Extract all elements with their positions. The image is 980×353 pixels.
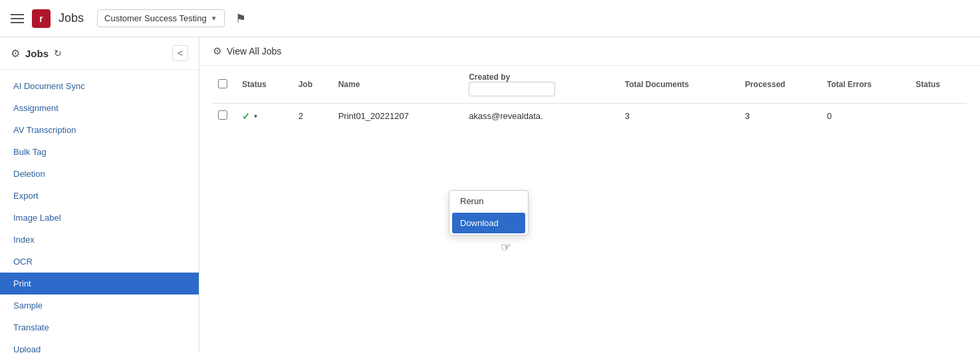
row-processed: 3 xyxy=(739,104,821,129)
col-processed: Processed xyxy=(739,66,821,104)
col-job: Job xyxy=(293,66,333,104)
workspace-label: Customer Success Testing xyxy=(104,13,207,23)
view-all-jobs-title: View All Jobs xyxy=(227,46,281,57)
analytics-icon[interactable]: ⚑ xyxy=(235,11,246,26)
select-all-header xyxy=(213,66,237,104)
status-check-icon: ✓ xyxy=(242,111,250,122)
workspace-selector[interactable]: Customer Success Testing ▼ xyxy=(97,9,225,27)
col-total-errors: Total Errors xyxy=(822,66,911,104)
sidebar-item-print[interactable]: Print xyxy=(0,273,199,294)
select-all-checkbox[interactable] xyxy=(218,79,227,88)
sidebar-header-left: ⚙ Jobs ↻ xyxy=(11,47,62,60)
created-by-filter[interactable] xyxy=(469,82,555,96)
col-status: Status xyxy=(237,66,293,104)
collapse-sidebar-button[interactable]: < xyxy=(172,45,188,61)
status-dropdown-button[interactable]: ▾ xyxy=(253,111,259,121)
row-total-errors: 0 xyxy=(822,104,911,129)
sidebar-item-image-label[interactable]: Image Label xyxy=(0,207,199,229)
context-menu-item-rerun[interactable]: Rerun xyxy=(449,191,528,211)
hamburger-menu[interactable] xyxy=(11,14,24,23)
row-checkbox[interactable] xyxy=(218,110,227,120)
col-created-by: Created by xyxy=(463,66,620,104)
app-title: Jobs xyxy=(59,11,84,25)
sidebar-title: Jobs xyxy=(25,48,49,59)
sidebar-item-export[interactable]: Export xyxy=(0,185,199,207)
col-total-documents: Total Documents xyxy=(620,66,740,104)
sidebar-nav: AI Document SyncAssignmentAV Transcripti… xyxy=(0,70,199,353)
sidebar-item-deletion[interactable]: Deletion xyxy=(0,163,199,185)
sidebar-item-ocr[interactable]: OCR xyxy=(0,251,199,273)
main-layout: ⚙ Jobs ↻ < AI Document SyncAssignmentAV … xyxy=(0,37,980,353)
cursor-indicator: ☞ xyxy=(501,240,511,255)
sidebar-item-upload[interactable]: Upload xyxy=(0,338,199,353)
row-total-docs: 3 xyxy=(620,104,740,129)
sidebar-item-translate[interactable]: Translate xyxy=(0,316,199,338)
sidebar-item-assignment[interactable]: Assignment xyxy=(0,97,199,119)
row-created-by: akass@revealdata. xyxy=(463,104,620,129)
chevron-down-icon: ▼ xyxy=(211,15,217,22)
sidebar-header: ⚙ Jobs ↻ < xyxy=(0,37,199,70)
jobs-table-wrapper: Status Job Name Created by Total Documen… xyxy=(199,66,980,128)
row-status: ✓ ▾ xyxy=(237,104,293,129)
row-status-2 xyxy=(910,104,967,129)
row-checkbox-cell xyxy=(213,104,237,129)
col-status-2: Status xyxy=(910,66,967,104)
table-row: ✓ ▾ 2 Print01_20221207 akass@revealdata.… xyxy=(213,104,967,129)
row-name: Print01_20221207 xyxy=(333,104,463,129)
content-header: ⚙ View All Jobs xyxy=(199,37,980,66)
row-job-number: 2 xyxy=(293,104,333,129)
col-name: Name xyxy=(333,66,463,104)
main-content: ⚙ View All Jobs Status Job Name Created … xyxy=(199,37,980,353)
jobs-table-body: ✓ ▾ 2 Print01_20221207 akass@revealdata.… xyxy=(213,104,967,129)
sidebar-item-bulk-tag[interactable]: Bulk Tag xyxy=(0,141,199,163)
sidebar-item-sample[interactable]: Sample xyxy=(0,294,199,316)
context-menu-item-download[interactable]: Download xyxy=(452,213,525,233)
table-header-row: Status Job Name Created by Total Documen… xyxy=(213,66,967,104)
jobs-table: Status Job Name Created by Total Documen… xyxy=(213,66,967,128)
sidebar: ⚙ Jobs ↻ < AI Document SyncAssignmentAV … xyxy=(0,37,199,353)
brand-logo: r xyxy=(32,9,51,28)
settings-icon[interactable]: ⚙ xyxy=(11,47,20,60)
context-menu: RerunDownload xyxy=(449,190,529,235)
refresh-icon[interactable]: ↻ xyxy=(54,48,62,59)
top-nav: r Jobs Customer Success Testing ▼ ⚑ xyxy=(0,0,980,37)
content-gear-icon: ⚙ xyxy=(213,45,221,57)
sidebar-item-av-transcription[interactable]: AV Transcription xyxy=(0,119,199,141)
sidebar-item-index[interactable]: Index xyxy=(0,229,199,251)
sidebar-item-ai-doc-sync[interactable]: AI Document Sync xyxy=(0,75,199,97)
